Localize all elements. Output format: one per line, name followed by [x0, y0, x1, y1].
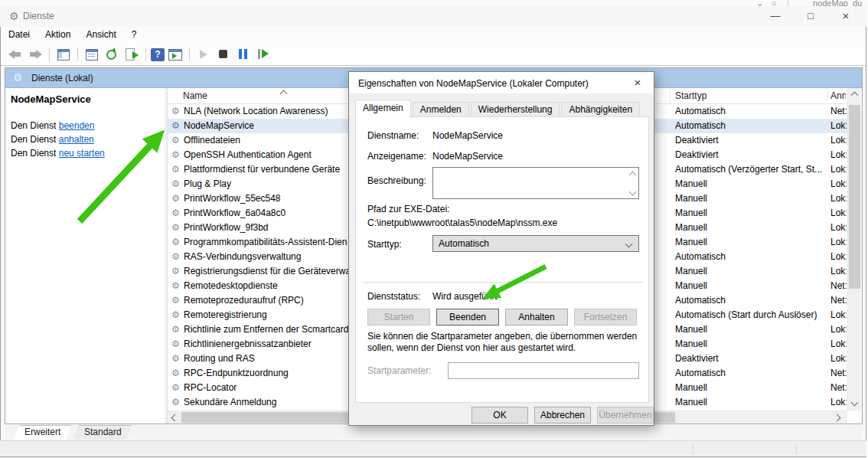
menu-item-?[interactable]: ?: [124, 27, 145, 44]
service-anmelden-cell: Net:: [830, 106, 847, 116]
abbrechen-button[interactable]: Abbrechen: [534, 407, 591, 424]
service-starttyp-cell: Manuell: [675, 222, 828, 233]
service-name-cell: Plattformdienst für verbundene Geräte: [184, 164, 340, 175]
tab-erweitert[interactable]: Erweitert: [14, 425, 71, 440]
divider: |: [787, 0, 789, 6]
service-action-link-beenden[interactable]: beenden: [59, 120, 95, 131]
dialog-close-icon[interactable]: ×: [626, 74, 649, 90]
service-name-cell: OpenSSH Authentication Agent: [184, 149, 312, 160]
service-starttyp-cell: Manuell: [675, 208, 828, 218]
status-bar: [0, 440, 866, 456]
forward-arrow-icon[interactable]: [26, 46, 44, 63]
tab-page-allgemein: Dienstname: NodeMapService Anzeigename: …: [355, 116, 649, 403]
console-tree-icon[interactable]: [54, 46, 73, 63]
toolbar-separator: [77, 47, 78, 61]
refresh-icon[interactable]: [103, 46, 121, 63]
scroll-right-icon[interactable]: [834, 414, 841, 422]
service-anmelden-cell: Lok:: [830, 353, 847, 364]
column-header-name[interactable]: Name: [183, 90, 207, 101]
service-action-link-neu-starten[interactable]: neu starten: [59, 148, 105, 159]
service-starttyp-cell: Automatisch (Start durch Auslöser): [675, 309, 828, 320]
service-anmelden-cell: Lok:: [830, 135, 847, 146]
pfad-label: Pfad zur EXE-Datei:: [367, 204, 449, 214]
help-icon[interactable]: [151, 48, 165, 61]
startparameter-input[interactable]: [448, 362, 639, 379]
scroll-down-icon[interactable]: [628, 186, 637, 197]
console-header-label: Dienste (Lokal): [31, 73, 93, 83]
close-button[interactable]: ×: [833, 8, 859, 25]
export-list-icon[interactable]: [122, 46, 141, 63]
dialog-title-bar[interactable]: Eigenschaften von NodeMapService (Lokale…: [349, 72, 654, 93]
service-gear-icon: ⚙: [171, 280, 180, 291]
ok-button[interactable]: OK: [472, 407, 528, 424]
service-gear-icon: ⚙: [171, 382, 180, 393]
tab-anmelden[interactable]: Anmelden: [413, 102, 469, 118]
service-gear-icon: ⚙: [171, 135, 180, 146]
menu-item-ansicht[interactable]: Ansicht: [78, 27, 123, 44]
title-bar[interactable]: [0, 6, 866, 27]
menu-item-datei[interactable]: Datei: [1, 27, 38, 44]
service-starttyp-cell: Manuell: [675, 382, 828, 393]
service-gear-icon: ⚙: [171, 222, 180, 233]
service-starttyp-cell: Deaktiviert: [675, 135, 828, 146]
status-divider: [796, 443, 797, 454]
service-name-cell: Offlinedateien: [184, 135, 240, 146]
service-anmelden-cell: Lok:: [830, 164, 847, 175]
properties-icon[interactable]: [83, 46, 101, 63]
restart-service-icon[interactable]: [254, 46, 272, 63]
toolbar-separator: [145, 47, 146, 61]
screen: ⌄ ○ | nodeMap_du ⚙ Dienste — □ × DateiAk…: [0, 0, 868, 458]
fortsetzen-button: Fortsetzen: [574, 309, 637, 326]
tab-abhängigkeiten[interactable]: Abhängigkeiten: [561, 102, 640, 118]
scroll-left-icon[interactable]: [171, 414, 179, 422]
service-gear-icon: ⚙: [171, 339, 180, 349]
scroll-down-icon[interactable]: [851, 399, 859, 407]
back-arrow-icon[interactable]: [6, 46, 24, 63]
service-anmelden-cell: Lok:: [830, 339, 847, 349]
tab-standard[interactable]: Standard: [73, 425, 132, 440]
vertical-scrollbar[interactable]: [847, 88, 861, 411]
scroll-up-icon[interactable]: [628, 169, 637, 180]
console-bottom-tabs: ErweitertStandard: [5, 425, 863, 440]
beenden-button[interactable]: Beenden: [436, 309, 499, 326]
service-action-row: Den Dienst beenden: [11, 119, 105, 132]
service-name-cell: NodeMapService: [184, 120, 254, 131]
service-starttyp-cell: Automatisch: [675, 295, 828, 306]
startparameter-hint: Sie können die Startparameter angeben, d…: [367, 331, 644, 354]
anhalten-button[interactable]: Anhalten: [505, 309, 568, 326]
service-anmelden-cell: Lok:: [830, 178, 847, 189]
service-name-cell: Remoteprozeduraufruf (RPC): [184, 295, 304, 306]
anzeigename-label: Anzeigename:: [367, 151, 426, 162]
service-anmelden-cell: Lok:: [830, 208, 847, 218]
chevron-down-icon: [625, 240, 633, 248]
service-anmelden-cell: Lok:: [830, 397, 847, 407]
tab-wiederherstellung[interactable]: Wiederherstellung: [471, 102, 560, 118]
service-action-link-anhalten[interactable]: anhalten: [59, 134, 94, 145]
column-header-starttyp[interactable]: Starttyp: [675, 90, 706, 101]
start-service-icon[interactable]: [194, 46, 213, 63]
starttyp-combobox[interactable]: Automatisch: [432, 235, 639, 252]
minimize-button[interactable]: —: [762, 8, 788, 25]
service-gear-icon: ⚙: [171, 193, 180, 204]
column-header-anmelden[interactable]: Ann: [830, 90, 846, 101]
maximize-button[interactable]: □: [798, 8, 824, 25]
service-starttyp-cell: Automatisch: [675, 368, 828, 378]
beschreibung-field[interactable]: [432, 167, 639, 199]
service-starttyp-cell: Deaktiviert: [675, 353, 828, 364]
service-starttyp-cell: Automatisch (Verzögerter Start, St...: [675, 164, 828, 175]
stop-service-icon[interactable]: [214, 46, 233, 63]
startparameter-label: Startparameter:: [367, 365, 431, 376]
services-node-icon: ⚙: [13, 71, 23, 83]
service-anmelden-cell: Lok:: [830, 251, 847, 262]
dienststatus-value: Wird ausgeführt: [432, 291, 498, 302]
menu-item-aktion[interactable]: Aktion: [38, 27, 78, 44]
pause-service-icon[interactable]: [234, 46, 253, 63]
service-action-links: Den Dienst beendenDen Dienst anhaltenDen…: [11, 119, 105, 160]
tab-allgemein[interactable]: Allgemein: [355, 100, 411, 118]
scroll-up-icon[interactable]: [851, 92, 859, 100]
vertical-scroll-thumb[interactable]: [849, 105, 860, 289]
separator: [362, 282, 644, 283]
pfad-value: C:\inetpub\wwwroot\talas5\nodeMap\nssm.e…: [367, 218, 557, 228]
action-pane-icon[interactable]: [166, 46, 184, 63]
service-gear-icon: ⚙: [171, 120, 180, 131]
